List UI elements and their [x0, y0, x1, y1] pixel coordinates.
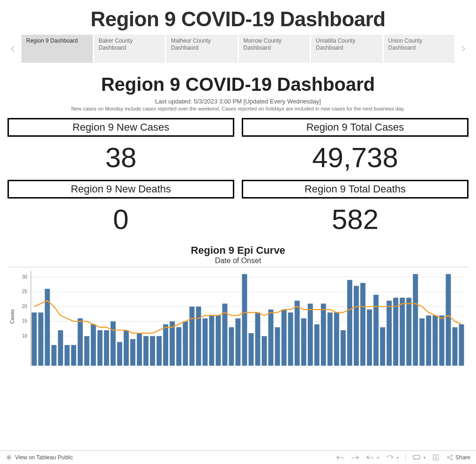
svg-rect-47: [262, 336, 267, 366]
svg-text:20: 20: [22, 304, 28, 309]
svg-text:10: 10: [22, 333, 28, 339]
svg-rect-68: [400, 298, 405, 366]
svg-rect-22: [97, 330, 103, 366]
svg-rect-24: [111, 321, 116, 366]
tabstrip: Region 9 DashboardBaker County Dashboard…: [0, 35, 476, 63]
svg-rect-21: [91, 324, 96, 366]
svg-rect-17: [65, 345, 70, 366]
svg-rect-73: [432, 316, 438, 366]
svg-rect-64: [373, 295, 379, 366]
svg-rect-50: [282, 309, 287, 366]
svg-rect-53: [301, 318, 306, 366]
svg-rect-13: [38, 312, 44, 366]
svg-rect-33: [170, 321, 175, 366]
metric-value: 582: [242, 199, 469, 242]
svg-rect-39: [209, 316, 214, 366]
metric-new-deaths: Region 9 New Deaths 0: [7, 180, 234, 242]
svg-rect-34: [176, 327, 181, 366]
svg-rect-62: [360, 283, 365, 366]
epi-curve-chart[interactable]: 1015202530Cases: [7, 267, 469, 366]
tab-next-arrow[interactable]: [454, 35, 471, 63]
svg-rect-30: [150, 336, 155, 366]
svg-rect-52: [295, 301, 300, 366]
chart-title: Region 9 Epi Curve: [0, 244, 476, 257]
svg-rect-69: [406, 298, 411, 366]
tab-union-county-dashboard[interactable]: Union County Dashboard: [384, 35, 455, 63]
chevron-right-icon: [459, 44, 467, 53]
svg-rect-43: [235, 318, 240, 366]
svg-rect-31: [156, 336, 162, 366]
tab-region-9-dashboard[interactable]: Region 9 Dashboard: [22, 35, 93, 63]
metric-total-cases: Region 9 Total Cases 49,738: [242, 118, 469, 180]
svg-rect-72: [426, 316, 431, 366]
svg-rect-19: [78, 318, 83, 366]
metric-label: Region 9 Total Cases: [242, 118, 469, 137]
tab-morrow-county-dashboard[interactable]: Morrow County Dashboard: [239, 35, 310, 63]
metric-label: Region 9 New Deaths: [7, 180, 234, 199]
tab-baker-county-dashboard[interactable]: Baker County Dashboard: [94, 35, 165, 63]
metric-new-cases: Region 9 New Cases 38: [7, 118, 234, 180]
svg-rect-55: [314, 324, 320, 366]
last-updated-text: Last updated: 5/3/2023 3:00 PM [Updated …: [0, 98, 476, 105]
svg-rect-60: [347, 280, 352, 366]
svg-rect-54: [308, 303, 313, 366]
svg-rect-58: [334, 312, 339, 366]
svg-rect-36: [189, 307, 194, 366]
svg-rect-20: [84, 336, 89, 366]
svg-rect-75: [446, 274, 451, 366]
svg-rect-28: [137, 333, 142, 366]
svg-rect-40: [216, 316, 221, 366]
metric-value: 49,738: [242, 137, 469, 180]
svg-rect-51: [288, 312, 293, 366]
svg-rect-32: [163, 324, 168, 366]
svg-rect-27: [130, 339, 135, 366]
metric-label: Region 9 New Cases: [7, 118, 234, 137]
svg-rect-35: [183, 321, 188, 366]
svg-rect-77: [459, 324, 464, 366]
svg-rect-15: [52, 345, 57, 366]
metric-label: Region 9 Total Deaths: [242, 180, 469, 199]
dashboard-title: Region 9 COVID-19 Dashboard: [0, 74, 476, 95]
svg-rect-67: [393, 298, 398, 366]
svg-rect-66: [387, 301, 392, 366]
svg-rect-48: [268, 309, 274, 366]
svg-rect-59: [341, 330, 346, 366]
svg-rect-63: [367, 309, 372, 366]
tab-prev-arrow[interactable]: [5, 35, 22, 63]
svg-rect-37: [196, 307, 201, 366]
svg-rect-12: [32, 312, 37, 366]
svg-rect-38: [202, 318, 208, 366]
svg-rect-45: [249, 333, 254, 366]
svg-rect-18: [71, 345, 76, 366]
svg-rect-29: [143, 336, 149, 366]
svg-rect-25: [117, 342, 122, 366]
svg-rect-49: [275, 327, 280, 366]
svg-rect-56: [321, 303, 326, 366]
svg-text:30: 30: [22, 274, 28, 280]
svg-rect-57: [327, 312, 333, 366]
tab-malheur-county-dashbaord[interactable]: Malheur County Dashbaord: [166, 35, 238, 63]
tab-umatilla-county-dashboard[interactable]: Umatilla County Dashboard: [311, 35, 382, 63]
page-title: Region 9 COVID-19 Dashboard: [0, 7, 476, 31]
svg-rect-44: [242, 274, 247, 366]
svg-rect-74: [439, 316, 444, 366]
svg-rect-23: [104, 330, 109, 366]
svg-text:25: 25: [22, 289, 28, 294]
metric-value: 0: [7, 199, 234, 242]
metric-value: 38: [7, 137, 234, 180]
svg-text:15: 15: [22, 318, 28, 324]
svg-rect-76: [452, 327, 457, 366]
svg-rect-71: [419, 318, 424, 366]
chart-subtitle: Date of Onset: [0, 257, 476, 265]
svg-rect-16: [58, 330, 63, 366]
chevron-left-icon: [9, 44, 17, 53]
svg-rect-65: [380, 327, 385, 366]
svg-rect-70: [413, 274, 418, 366]
metrics-grid: Region 9 New Cases 38 Region 9 Total Cas…: [0, 118, 476, 242]
svg-rect-42: [229, 327, 234, 366]
svg-rect-61: [354, 286, 359, 366]
svg-rect-26: [124, 330, 129, 366]
svg-rect-46: [255, 312, 260, 366]
svg-text:Cases: Cases: [9, 309, 15, 324]
metric-total-deaths: Region 9 Total Deaths 582: [242, 180, 469, 242]
